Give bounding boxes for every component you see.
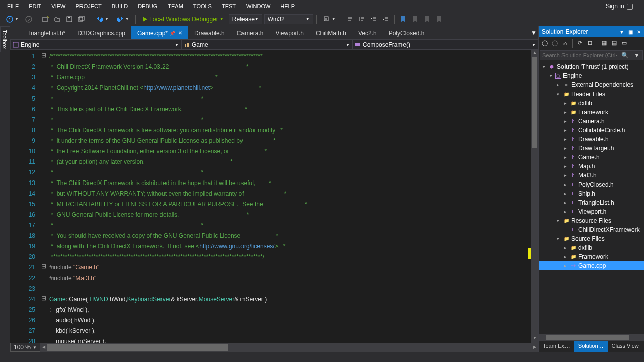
expand-toggle[interactable]: ▸ — [562, 137, 568, 142]
code-line[interactable]: * * — [49, 220, 538, 231]
code-line[interactable]: #include "Mat3.h" — [49, 273, 538, 284]
save-button[interactable] — [64, 14, 75, 25]
expand-toggle[interactable]: ▸ — [555, 82, 561, 87]
code-line[interactable]: * it under the terms of the GNU General … — [49, 136, 538, 146]
expand-toggle[interactable]: ▸ — [562, 200, 568, 205]
tree-item[interactable]: ▸ h TriangleList.h — [539, 198, 644, 207]
code-line[interactable] — [49, 284, 538, 294]
next-bookmark-button[interactable] — [422, 14, 433, 25]
fold-toggle[interactable]: ⊟ — [40, 50, 47, 61]
tree-item[interactable]: ▸ ■ External Dependencies — [539, 80, 644, 89]
doc-tab[interactable]: PolyClosed.h — [383, 26, 431, 39]
code-line[interactable]: * MERCHANTABILITY or FITNESS FOR A PARTI… — [49, 199, 538, 210]
nav-back-button[interactable]: ▼ — [3, 15, 22, 24]
solution-tree[interactable]: ▾ ⬢ Solution 'Thrust' (1 project) ▾ ▢ En… — [539, 61, 644, 334]
panel-tab[interactable]: Class View — [608, 341, 643, 352]
expand-toggle[interactable]: ▸ — [562, 173, 568, 178]
code-line[interactable]: Game::Game( HWND hWnd,KeyboardServer& kS… — [49, 294, 538, 305]
save-all-button[interactable] — [76, 14, 87, 25]
scope-dropdown[interactable]: Engine▼ — [10, 40, 181, 50]
fold-toggle[interactable]: ⊟ — [40, 293, 47, 304]
menu-tools[interactable]: TOOLS — [188, 1, 217, 11]
code-line[interactable]: #include "Game.h" — [49, 262, 538, 273]
panel-hscrollbar[interactable] — [539, 334, 644, 341]
code-line[interactable]: * the Free Software Foundation, either v… — [49, 146, 538, 157]
expand-toggle[interactable]: ▸ — [562, 245, 568, 250]
doc-tab[interactable]: D3DGraphics.cpp — [71, 26, 131, 39]
back-button[interactable]: ◯ — [540, 38, 550, 48]
code-line[interactable]: * * — [49, 94, 538, 104]
code-line[interactable]: : gfx( hWnd ), — [49, 305, 538, 315]
tree-item[interactable]: ▸ h CollidableCircle.h — [539, 126, 644, 135]
code-line[interactable]: ****************************************… — [49, 252, 538, 262]
pin-icon[interactable]: 📌 — [170, 31, 175, 36]
tree-item[interactable]: ▾ ▢ Engine — [539, 71, 644, 80]
panel-title-bar[interactable]: Solution Explorer ▼ ▣ ✕ — [539, 26, 644, 37]
zoom-dropdown[interactable]: 100 %▼ — [10, 343, 40, 352]
scroll-right-arrow[interactable]: ▶ — [531, 343, 538, 352]
expand-toggle[interactable]: ▸ — [562, 146, 568, 151]
tabs-overflow-icon[interactable]: ▼ — [529, 26, 538, 39]
code-line[interactable]: * Chili DirectX Framework Version 14.03.… — [49, 62, 538, 72]
home-button[interactable]: ⌂ — [560, 38, 570, 48]
code-line[interactable]: * You should have received a copy of the… — [49, 231, 538, 241]
vertical-scrollbar[interactable]: ▲ ▼ — [531, 50, 538, 343]
pin-icon[interactable]: ▣ — [628, 29, 633, 35]
code-line[interactable]: * but WITHOUT ANY WARRANTY; without even… — [49, 189, 538, 199]
scroll-left-arrow[interactable]: ◀ — [40, 343, 47, 352]
preview-button[interactable]: ▭ — [619, 38, 629, 48]
toolbox-tab[interactable]: Toolbox — [0, 26, 10, 52]
solution-platform-dropdown[interactable]: Win32▼ — [264, 14, 313, 24]
comment-button[interactable] — [345, 14, 356, 25]
tree-item[interactable]: ▸ h DrawTarget.h — [539, 144, 644, 153]
tree-item[interactable]: ▸ 📁 dxflib — [539, 243, 644, 252]
type-dropdown[interactable]: Game▼ — [181, 40, 352, 50]
hscrollbar-thumb[interactable] — [47, 344, 228, 351]
expand-toggle[interactable]: ▾ — [548, 73, 554, 78]
decrease-indent-button[interactable] — [369, 14, 380, 25]
menu-project[interactable]: PROJECT — [70, 1, 106, 11]
search-input[interactable] — [540, 51, 619, 60]
expand-toggle[interactable]: ▸ — [562, 263, 568, 268]
expand-toggle[interactable]: ▸ — [562, 119, 568, 124]
undo-button[interactable]: ▼ — [93, 15, 112, 24]
code-line[interactable]: * The Chili DirectX Framework is free so… — [49, 125, 538, 136]
expand-toggle[interactable]: ▸ — [562, 191, 568, 196]
search-options-icon[interactable]: ▼ — [631, 52, 642, 59]
tree-item[interactable]: ▸ h Drawable.h — [539, 135, 644, 144]
scrollbar-thumb[interactable] — [532, 57, 537, 148]
start-debugging-button[interactable]: Local Windows Debugger▼ — [139, 15, 227, 24]
fold-toggle[interactable]: ⊟ — [40, 261, 47, 272]
tree-item[interactable]: ▸ 📁 Framework — [539, 108, 644, 117]
code-line[interactable]: kbd( kServer ), — [49, 326, 538, 336]
code-line[interactable]: * * — [49, 167, 538, 178]
panel-tab[interactable]: Solution… — [574, 341, 608, 352]
code-line[interactable]: * This file is part of The Chili DirectX… — [49, 104, 538, 115]
menu-test[interactable]: TEST — [217, 1, 241, 11]
expand-toggle[interactable]: ▸ — [562, 128, 568, 133]
panel-menu-icon[interactable]: ▼ — [619, 29, 624, 35]
code-line[interactable]: mouse( mServer ), — [49, 336, 538, 343]
tree-item[interactable]: ▸ 📁 Framework — [539, 252, 644, 261]
panel-tab[interactable]: Team Ex… — [539, 341, 574, 352]
tree-item[interactable]: ▸ h Camera.h — [539, 117, 644, 126]
menu-team[interactable]: TEAM — [163, 1, 188, 11]
tree-item[interactable]: ▸ h Mat3.h — [539, 171, 644, 180]
tree-item[interactable]: h ChiliDirectXFramework — [539, 225, 644, 234]
menu-view[interactable]: VIEW — [46, 1, 70, 11]
code-content[interactable]: /***************************************… — [47, 50, 538, 343]
tree-item[interactable]: ▾ 📁 Source Files — [539, 234, 644, 243]
open-file-button[interactable] — [52, 14, 63, 25]
new-project-button[interactable] — [40, 14, 51, 25]
menu-debug[interactable]: DEBUG — [133, 1, 163, 11]
expand-toggle[interactable]: ▸ — [562, 155, 568, 160]
code-line[interactable]: * along with The Chili DirectX Framework… — [49, 241, 538, 252]
tree-item[interactable]: ▸ h Ship.h — [539, 189, 644, 198]
menu-build[interactable]: BUILD — [107, 1, 133, 11]
forward-button[interactable]: ◯ — [550, 38, 560, 48]
scroll-up-arrow[interactable]: ▲ — [531, 50, 538, 57]
sign-in-link[interactable]: Sign in — [606, 3, 642, 10]
tree-item[interactable]: ▾ ⬢ Solution 'Thrust' (1 project) — [539, 62, 644, 71]
solution-config-dropdown[interactable]: Release▼ — [229, 14, 262, 24]
find-button[interactable]: ▼ — [320, 15, 339, 24]
